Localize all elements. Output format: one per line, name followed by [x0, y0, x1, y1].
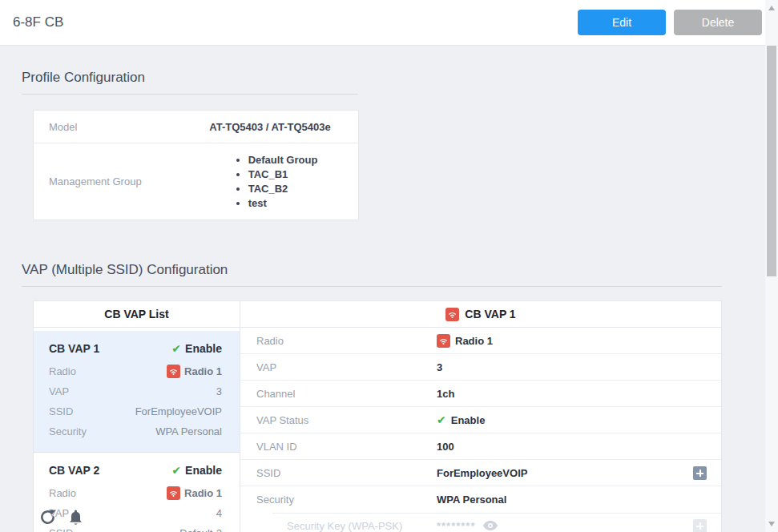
list-item: Default Group [248, 154, 318, 166]
expand-ssid-button[interactable] [693, 466, 707, 480]
row-value: Default-2 [179, 527, 222, 532]
page-title: 6-8F CB [13, 14, 63, 30]
row-value: Radio 1 [455, 335, 493, 347]
wifi-radio-icon [437, 334, 450, 348]
vap-section-title: VAP (Multiple SSID) Configuration [22, 262, 765, 278]
row-label: Channel [240, 388, 437, 400]
row-label: Radio [49, 365, 76, 377]
divider [22, 94, 358, 95]
scrollbar-thumb[interactable] [767, 46, 776, 276]
management-group-label: Management Group [34, 175, 182, 187]
model-label: Model [34, 121, 182, 133]
detail-row-vlan-id: VLAN ID 100 [240, 433, 721, 460]
row-value: Radio 1 [167, 486, 222, 500]
row-value: 4 [216, 507, 222, 519]
management-group-value: Default Group TAC_B1 TAC_B2 test [182, 151, 358, 212]
detail-row-security-key: Security Key (WPA-PSK) ******** [240, 513, 721, 532]
wifi-radio-icon [167, 365, 180, 378]
row-label: Security [240, 494, 437, 506]
vap-detail-title: CB VAP 1 [465, 308, 515, 320]
radio-value: Radio 1 [184, 365, 222, 377]
row-label: VLAN ID [240, 441, 437, 453]
vap-list-item-cb-vap-1[interactable]: CB VAP 1 Enable Radio Radio 1 [34, 331, 240, 453]
detail-row-channel: Channel 1ch [240, 381, 721, 407]
model-value: AT-TQ5403 / AT-TQ5403e [182, 121, 358, 133]
row-label: Security Key (WPA-PSK) [240, 520, 437, 532]
row-value: ForEmployeeVOIP [135, 405, 222, 417]
row-label: VAP Status [240, 414, 437, 426]
status-label: Enable [185, 464, 222, 477]
detail-row-ssid: SSID ForEmployeeVOIP [240, 460, 721, 486]
list-item: TAC_B1 [248, 168, 318, 180]
list-row: Radio Radio 1 [49, 483, 222, 503]
row-value: Enable [451, 414, 486, 426]
row-label: SSID [49, 405, 73, 417]
divider [22, 286, 722, 287]
row-value: 100 [437, 441, 721, 453]
row-value: 3 [216, 385, 222, 397]
row-label: SSID [240, 467, 437, 479]
top-bar: 6-8F CB Edit Delete [0, 0, 778, 46]
row-value: 3 [437, 361, 721, 373]
check-icon [171, 465, 181, 476]
notification-bell-icon[interactable] [68, 509, 83, 526]
radio-value: Radio 1 [184, 487, 222, 499]
detail-row-radio: Radio Radio 1 [240, 328, 721, 354]
check-icon [437, 414, 446, 425]
list-item: TAC_B2 [248, 183, 318, 195]
vap-status-badge: Enable [171, 342, 222, 355]
profile-table: Model AT-TQ5403 / AT-TQ5403e Management … [33, 110, 359, 220]
management-group-list: Default Group TAC_B1 TAC_B2 test [237, 151, 318, 212]
wifi-radio-icon [167, 486, 180, 500]
table-row: Model AT-TQ5403 / AT-TQ5403e [34, 111, 358, 143]
scroll-down-icon[interactable] [768, 522, 775, 526]
table-row: Management Group Default Group TAC_B1 TA… [34, 143, 358, 220]
expand-security-key-button[interactable] [693, 519, 707, 532]
row-value: ForEmployeeVOIP [437, 467, 721, 479]
row-value: 1ch [437, 388, 721, 400]
vap-list-panel: CB VAP List CB VAP 1 Enable Radio [34, 301, 240, 532]
vap-list-header: CB VAP List [34, 301, 240, 328]
row-label: Security [49, 425, 87, 437]
scrollbar[interactable] [765, 0, 778, 532]
masked-password-value: ******** [437, 520, 475, 532]
row-label: SSID [49, 527, 73, 532]
list-row: Radio Radio 1 [49, 361, 222, 381]
row-label: VAP [240, 361, 437, 373]
scroll-up-icon[interactable] [768, 6, 775, 10]
row-label: VAP [49, 385, 69, 397]
detail-row-security: Security WPA Personal [240, 486, 721, 513]
vap-status-badge: Enable [171, 464, 222, 477]
wifi-radio-icon [445, 308, 459, 321]
list-row: Security WPA Personal [49, 421, 222, 441]
profile-section-title: Profile Configuration [22, 70, 765, 86]
detail-row-vap: VAP 3 [240, 354, 721, 381]
edit-button[interactable]: Edit [578, 10, 666, 35]
vap-detail-header: CB VAP 1 [240, 301, 721, 328]
list-item: test [248, 197, 318, 209]
delete-button[interactable]: Delete [674, 10, 762, 35]
row-value: WPA Personal [437, 494, 721, 506]
detail-row-vap-status: VAP Status Enable [240, 407, 721, 433]
row-value: Radio 1 [167, 365, 222, 378]
list-row: VAP 3 [49, 381, 222, 401]
vap-detail-panel: CB VAP 1 Radio Radio 1 VAP 3 [240, 301, 721, 532]
vap-name: CB VAP 1 [49, 342, 99, 355]
row-value: WPA Personal [155, 425, 222, 437]
row-label: Radio [240, 335, 437, 347]
status-label: Enable [185, 342, 222, 355]
main-content: Profile Configuration Model AT-TQ5403 / … [0, 46, 765, 532]
list-row: SSID ForEmployeeVOIP [49, 401, 222, 421]
floating-toolbar [38, 508, 83, 526]
vap-name: CB VAP 2 [49, 464, 99, 477]
row-label: Radio [49, 487, 76, 499]
vap-table: CB VAP List CB VAP 1 Enable Radio [33, 300, 722, 532]
check-icon [171, 343, 181, 354]
refresh-icon[interactable] [38, 508, 57, 526]
eye-icon[interactable] [483, 520, 498, 531]
